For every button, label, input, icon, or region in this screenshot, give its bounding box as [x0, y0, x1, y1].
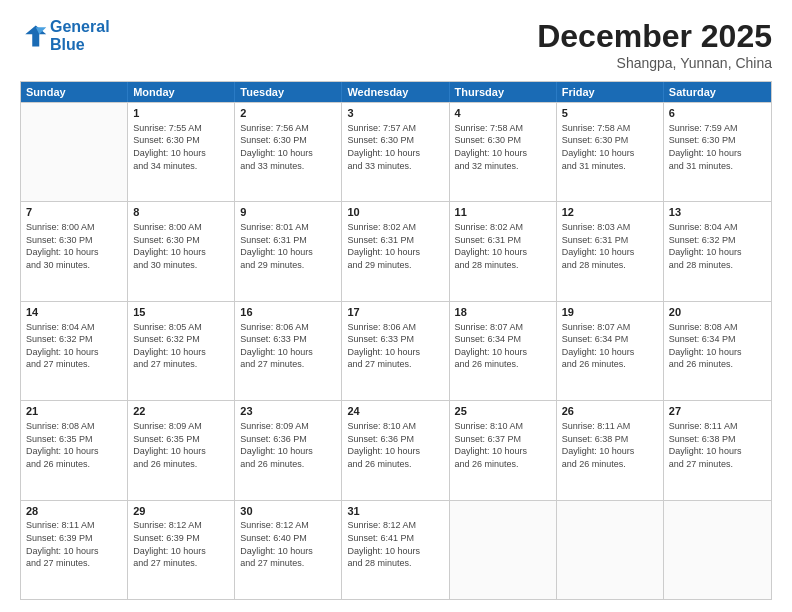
day-info: Sunrise: 8:05 AM Sunset: 6:32 PM Dayligh…	[133, 321, 229, 371]
day-info: Sunrise: 8:06 AM Sunset: 6:33 PM Dayligh…	[347, 321, 443, 371]
calendar-cell: 26Sunrise: 8:11 AM Sunset: 6:38 PM Dayli…	[557, 401, 664, 499]
weekday-header: Monday	[128, 82, 235, 102]
day-info: Sunrise: 8:11 AM Sunset: 6:39 PM Dayligh…	[26, 519, 122, 569]
calendar-row: 14Sunrise: 8:04 AM Sunset: 6:32 PM Dayli…	[21, 301, 771, 400]
day-number: 5	[562, 106, 658, 121]
day-number: 17	[347, 305, 443, 320]
day-info: Sunrise: 8:01 AM Sunset: 6:31 PM Dayligh…	[240, 221, 336, 271]
day-info: Sunrise: 8:10 AM Sunset: 6:36 PM Dayligh…	[347, 420, 443, 470]
day-info: Sunrise: 7:58 AM Sunset: 6:30 PM Dayligh…	[562, 122, 658, 172]
day-number: 20	[669, 305, 766, 320]
day-info: Sunrise: 7:55 AM Sunset: 6:30 PM Dayligh…	[133, 122, 229, 172]
calendar-body: 1Sunrise: 7:55 AM Sunset: 6:30 PM Daylig…	[21, 102, 771, 599]
title-block: December 2025 Shangpa, Yunnan, China	[537, 18, 772, 71]
logo: General Blue	[20, 18, 110, 53]
day-number: 4	[455, 106, 551, 121]
calendar-cell: 16Sunrise: 8:06 AM Sunset: 6:33 PM Dayli…	[235, 302, 342, 400]
day-number: 16	[240, 305, 336, 320]
weekday-header: Tuesday	[235, 82, 342, 102]
calendar-row: 28Sunrise: 8:11 AM Sunset: 6:39 PM Dayli…	[21, 500, 771, 599]
calendar-cell: 4Sunrise: 7:58 AM Sunset: 6:30 PM Daylig…	[450, 103, 557, 201]
calendar-cell: 6Sunrise: 7:59 AM Sunset: 6:30 PM Daylig…	[664, 103, 771, 201]
day-number: 14	[26, 305, 122, 320]
day-info: Sunrise: 8:12 AM Sunset: 6:40 PM Dayligh…	[240, 519, 336, 569]
logo-icon	[20, 22, 48, 50]
day-number: 29	[133, 504, 229, 519]
day-number: 30	[240, 504, 336, 519]
day-number: 8	[133, 205, 229, 220]
location: Shangpa, Yunnan, China	[537, 55, 772, 71]
day-info: Sunrise: 8:11 AM Sunset: 6:38 PM Dayligh…	[669, 420, 766, 470]
calendar-cell: 27Sunrise: 8:11 AM Sunset: 6:38 PM Dayli…	[664, 401, 771, 499]
day-number: 26	[562, 404, 658, 419]
day-info: Sunrise: 8:03 AM Sunset: 6:31 PM Dayligh…	[562, 221, 658, 271]
day-info: Sunrise: 8:11 AM Sunset: 6:38 PM Dayligh…	[562, 420, 658, 470]
day-info: Sunrise: 8:04 AM Sunset: 6:32 PM Dayligh…	[26, 321, 122, 371]
calendar-row: 7Sunrise: 8:00 AM Sunset: 6:30 PM Daylig…	[21, 201, 771, 300]
day-info: Sunrise: 8:00 AM Sunset: 6:30 PM Dayligh…	[133, 221, 229, 271]
calendar-cell: 19Sunrise: 8:07 AM Sunset: 6:34 PM Dayli…	[557, 302, 664, 400]
day-number: 11	[455, 205, 551, 220]
day-number: 22	[133, 404, 229, 419]
weekday-header: Wednesday	[342, 82, 449, 102]
month-title: December 2025	[537, 18, 772, 55]
day-info: Sunrise: 8:12 AM Sunset: 6:39 PM Dayligh…	[133, 519, 229, 569]
calendar-cell: 11Sunrise: 8:02 AM Sunset: 6:31 PM Dayli…	[450, 202, 557, 300]
day-info: Sunrise: 8:07 AM Sunset: 6:34 PM Dayligh…	[562, 321, 658, 371]
day-number: 31	[347, 504, 443, 519]
calendar-cell: 23Sunrise: 8:09 AM Sunset: 6:36 PM Dayli…	[235, 401, 342, 499]
calendar-cell: 20Sunrise: 8:08 AM Sunset: 6:34 PM Dayli…	[664, 302, 771, 400]
day-info: Sunrise: 8:06 AM Sunset: 6:33 PM Dayligh…	[240, 321, 336, 371]
calendar-cell: 28Sunrise: 8:11 AM Sunset: 6:39 PM Dayli…	[21, 501, 128, 599]
day-info: Sunrise: 8:02 AM Sunset: 6:31 PM Dayligh…	[455, 221, 551, 271]
day-number: 12	[562, 205, 658, 220]
calendar-cell: 31Sunrise: 8:12 AM Sunset: 6:41 PM Dayli…	[342, 501, 449, 599]
calendar-cell: 8Sunrise: 8:00 AM Sunset: 6:30 PM Daylig…	[128, 202, 235, 300]
calendar-cell	[450, 501, 557, 599]
weekday-header: Sunday	[21, 82, 128, 102]
calendar-cell: 22Sunrise: 8:09 AM Sunset: 6:35 PM Dayli…	[128, 401, 235, 499]
day-info: Sunrise: 7:58 AM Sunset: 6:30 PM Dayligh…	[455, 122, 551, 172]
calendar-cell	[557, 501, 664, 599]
logo-text: General Blue	[50, 18, 110, 53]
calendar-cell: 2Sunrise: 7:56 AM Sunset: 6:30 PM Daylig…	[235, 103, 342, 201]
day-number: 7	[26, 205, 122, 220]
calendar-cell: 24Sunrise: 8:10 AM Sunset: 6:36 PM Dayli…	[342, 401, 449, 499]
calendar-cell: 29Sunrise: 8:12 AM Sunset: 6:39 PM Dayli…	[128, 501, 235, 599]
calendar-cell: 21Sunrise: 8:08 AM Sunset: 6:35 PM Dayli…	[21, 401, 128, 499]
day-info: Sunrise: 7:57 AM Sunset: 6:30 PM Dayligh…	[347, 122, 443, 172]
day-number: 23	[240, 404, 336, 419]
day-info: Sunrise: 8:09 AM Sunset: 6:35 PM Dayligh…	[133, 420, 229, 470]
calendar-cell: 25Sunrise: 8:10 AM Sunset: 6:37 PM Dayli…	[450, 401, 557, 499]
calendar-header: SundayMondayTuesdayWednesdayThursdayFrid…	[21, 82, 771, 102]
calendar: SundayMondayTuesdayWednesdayThursdayFrid…	[20, 81, 772, 600]
day-number: 9	[240, 205, 336, 220]
calendar-cell: 5Sunrise: 7:58 AM Sunset: 6:30 PM Daylig…	[557, 103, 664, 201]
weekday-header: Friday	[557, 82, 664, 102]
day-number: 10	[347, 205, 443, 220]
day-number: 2	[240, 106, 336, 121]
calendar-cell	[664, 501, 771, 599]
day-info: Sunrise: 8:02 AM Sunset: 6:31 PM Dayligh…	[347, 221, 443, 271]
weekday-header: Saturday	[664, 82, 771, 102]
day-number: 24	[347, 404, 443, 419]
day-number: 25	[455, 404, 551, 419]
calendar-cell: 3Sunrise: 7:57 AM Sunset: 6:30 PM Daylig…	[342, 103, 449, 201]
day-number: 28	[26, 504, 122, 519]
calendar-row: 21Sunrise: 8:08 AM Sunset: 6:35 PM Dayli…	[21, 400, 771, 499]
day-info: Sunrise: 8:04 AM Sunset: 6:32 PM Dayligh…	[669, 221, 766, 271]
day-number: 19	[562, 305, 658, 320]
day-number: 15	[133, 305, 229, 320]
day-info: Sunrise: 8:12 AM Sunset: 6:41 PM Dayligh…	[347, 519, 443, 569]
calendar-cell	[21, 103, 128, 201]
day-number: 21	[26, 404, 122, 419]
day-info: Sunrise: 7:59 AM Sunset: 6:30 PM Dayligh…	[669, 122, 766, 172]
calendar-cell: 7Sunrise: 8:00 AM Sunset: 6:30 PM Daylig…	[21, 202, 128, 300]
calendar-cell: 17Sunrise: 8:06 AM Sunset: 6:33 PM Dayli…	[342, 302, 449, 400]
calendar-cell: 14Sunrise: 8:04 AM Sunset: 6:32 PM Dayli…	[21, 302, 128, 400]
day-number: 18	[455, 305, 551, 320]
calendar-cell: 30Sunrise: 8:12 AM Sunset: 6:40 PM Dayli…	[235, 501, 342, 599]
calendar-cell: 10Sunrise: 8:02 AM Sunset: 6:31 PM Dayli…	[342, 202, 449, 300]
day-number: 13	[669, 205, 766, 220]
day-info: Sunrise: 8:09 AM Sunset: 6:36 PM Dayligh…	[240, 420, 336, 470]
